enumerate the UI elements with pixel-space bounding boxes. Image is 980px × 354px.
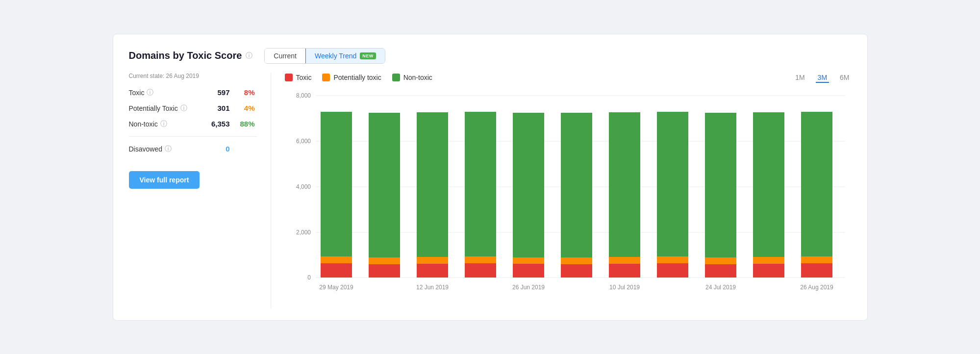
bar-3-potentially-toxic — [417, 257, 448, 264]
bar-4-non-toxic — [465, 112, 496, 256]
x-label-4: 10 Jul 2019 — [609, 284, 639, 291]
tab-group: Current Weekly Trend NEW — [264, 48, 385, 64]
x-label-6: 26 Aug 2019 — [800, 284, 833, 291]
potentially-toxic-label: Potentially Toxic ⓘ — [129, 104, 200, 113]
left-panel: Current state: 26 Aug 2019 Toxic ⓘ 597 8… — [129, 73, 271, 308]
bar-5-non-toxic — [513, 113, 544, 257]
time-filter-3m[interactable]: 3M — [816, 73, 829, 83]
main-content: Current state: 26 Aug 2019 Toxic ⓘ 597 8… — [129, 73, 852, 308]
bar-3-toxic — [417, 264, 448, 278]
bar-chart-svg: 8,000 6,000 4,000 2,000 0 — [285, 91, 852, 306]
bar-10-toxic — [753, 264, 784, 278]
svg-text:6,000: 6,000 — [296, 138, 310, 145]
toxic-metric-row: Toxic ⓘ 597 8% — [129, 88, 257, 97]
tab-current[interactable]: Current — [265, 49, 306, 63]
disavowed-info-icon[interactable]: ⓘ — [165, 145, 172, 153]
potentially-toxic-count: 301 — [203, 104, 230, 112]
non-toxic-metric-row: Non-toxic ⓘ 6,353 88% — [129, 120, 257, 128]
legend-potentially-toxic-box — [322, 74, 330, 81]
potentially-toxic-pct: 4% — [233, 104, 255, 112]
x-label-3: 26 Jun 2019 — [512, 284, 544, 291]
bar-6-toxic — [561, 264, 592, 278]
svg-text:0: 0 — [307, 274, 311, 281]
bar-4-potentially-toxic — [465, 256, 496, 263]
new-badge: NEW — [360, 52, 376, 59]
x-label-2: 12 Jun 2019 — [416, 284, 448, 291]
legend-potentially-toxic: Potentially toxic — [322, 74, 381, 81]
bar-1-potentially-toxic — [321, 256, 352, 263]
divider — [129, 136, 257, 137]
bar-1-toxic — [321, 263, 352, 278]
bar-7-non-toxic — [609, 112, 640, 257]
chart-header: Toxic Potentially toxic Non-toxic 1M 3M … — [285, 73, 852, 83]
bar-3-non-toxic — [417, 112, 448, 257]
svg-text:4,000: 4,000 — [296, 183, 310, 190]
non-toxic-count: 6,353 — [203, 120, 230, 128]
current-state-label: Current state: 26 Aug 2019 — [129, 73, 257, 79]
time-filter-group: 1M 3M 6M — [793, 73, 851, 83]
x-label-5: 24 Jul 2019 — [705, 284, 735, 291]
card-title: Domains by Toxic Score — [129, 50, 242, 61]
chart-area: 8,000 6,000 4,000 2,000 0 — [285, 91, 852, 308]
bar-2-potentially-toxic — [369, 257, 400, 264]
bar-8-non-toxic — [657, 112, 688, 256]
toxic-pct: 8% — [233, 88, 255, 97]
non-toxic-pct: 88% — [233, 120, 255, 128]
x-label-1: 29 May 2019 — [319, 284, 353, 291]
right-panel: Toxic Potentially toxic Non-toxic 1M 3M … — [271, 73, 852, 308]
card-header: Domains by Toxic Score ⓘ Current Weekly … — [129, 48, 852, 64]
toxic-count: 597 — [203, 88, 230, 97]
bar-5-toxic — [513, 264, 544, 278]
bar-9-toxic — [705, 264, 736, 278]
disavowed-label: Disavowed ⓘ — [129, 145, 200, 153]
non-toxic-info-icon[interactable]: ⓘ — [160, 120, 167, 128]
svg-text:8,000: 8,000 — [296, 92, 310, 99]
legend-non-toxic-box — [392, 74, 400, 81]
bar-1-non-toxic — [321, 112, 352, 256]
legend-toxic-box — [285, 74, 293, 81]
tab-weekly-trend[interactable]: Weekly Trend NEW — [306, 49, 385, 63]
bar-4-toxic — [465, 263, 496, 278]
bar-11-potentially-toxic — [801, 256, 832, 263]
legend-non-toxic: Non-toxic — [392, 74, 432, 81]
potentially-toxic-info-icon[interactable]: ⓘ — [180, 104, 187, 113]
bar-6-non-toxic — [561, 113, 592, 257]
chart-legend: Toxic Potentially toxic Non-toxic — [285, 74, 432, 81]
main-card: Domains by Toxic Score ⓘ Current Weekly … — [113, 34, 868, 321]
bar-7-potentially-toxic — [609, 257, 640, 264]
disavowed-count: 0 — [203, 145, 230, 153]
bar-11-toxic — [801, 263, 832, 278]
bar-11-non-toxic — [801, 112, 832, 256]
view-full-report-button[interactable]: View full report — [129, 171, 200, 189]
time-filter-6m[interactable]: 6M — [838, 73, 851, 82]
bar-2-toxic — [369, 264, 400, 278]
title-group: Domains by Toxic Score ⓘ — [129, 50, 253, 61]
bar-8-potentially-toxic — [657, 256, 688, 263]
time-filter-1m[interactable]: 1M — [793, 73, 806, 82]
potentially-toxic-metric-row: Potentially Toxic ⓘ 301 4% — [129, 104, 257, 113]
non-toxic-label: Non-toxic ⓘ — [129, 120, 200, 128]
toxic-label: Toxic ⓘ — [129, 88, 200, 97]
bar-6-potentially-toxic — [561, 257, 592, 264]
bar-2-non-toxic — [369, 113, 400, 257]
toxic-info-icon[interactable]: ⓘ — [147, 88, 153, 97]
bar-8-toxic — [657, 263, 688, 278]
bar-9-potentially-toxic — [705, 257, 736, 264]
svg-text:2,000: 2,000 — [296, 229, 310, 236]
bar-5-potentially-toxic — [513, 257, 544, 264]
title-info-icon[interactable]: ⓘ — [246, 51, 252, 60]
bar-9-non-toxic — [705, 113, 736, 257]
disavowed-row: Disavowed ⓘ 0 — [129, 145, 257, 153]
bar-10-non-toxic — [753, 112, 784, 257]
legend-toxic: Toxic — [285, 74, 312, 81]
bar-7-toxic — [609, 264, 640, 278]
bar-10-potentially-toxic — [753, 257, 784, 264]
